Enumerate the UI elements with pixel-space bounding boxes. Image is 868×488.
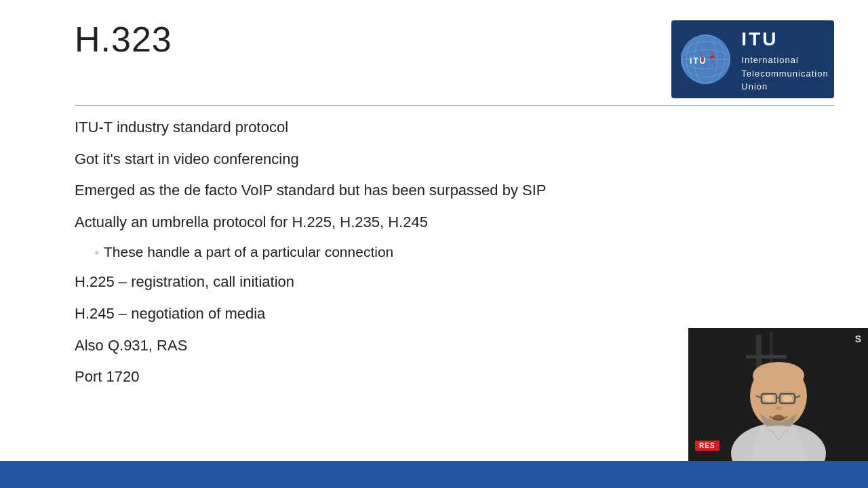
sub-bullet-dot-icon: ◦ <box>95 247 98 258</box>
webcam-indicator: S <box>855 333 861 344</box>
itu-line1: International <box>741 55 799 65</box>
svg-text:ITU: ITU <box>690 56 707 66</box>
bullet-item: H.245 – negotiation of media <box>75 304 834 324</box>
sub-bullet-text: These handle a part of a particular conn… <box>104 244 393 260</box>
webcam-overlay: RES S <box>688 328 868 461</box>
bullet-item: Got it's start in video conferencing <box>75 150 834 169</box>
itu-abbr: ITU <box>741 25 828 54</box>
title-section: H.323 ITU ITU International <box>75 20 834 98</box>
itu-line2: Telecommunication <box>741 68 828 79</box>
svg-point-21 <box>764 395 774 402</box>
svg-point-24 <box>773 415 784 420</box>
res-badge: RES <box>695 441 719 451</box>
bullet-item: Actually an umbrella protocol for H.225,… <box>75 213 834 232</box>
horizontal-divider <box>75 105 834 106</box>
bullet-item: ITU-T industry standard protocol <box>75 118 834 138</box>
slide-title: H.323 <box>75 20 172 59</box>
itu-logo: ITU ITU International Telecommunication … <box>671 20 834 98</box>
svg-point-23 <box>775 406 782 410</box>
sub-bullet-item: ◦These handle a part of a particular con… <box>95 244 834 260</box>
svg-point-25 <box>753 362 804 389</box>
bullet-item: H.225 – registration, call initiation <box>75 272 834 292</box>
itu-globe-icon: ITU <box>677 30 734 88</box>
bottom-bar <box>0 461 868 488</box>
itu-line3: Union <box>741 81 768 92</box>
itu-logo-text: ITU International Telecommunication Unio… <box>741 25 828 94</box>
svg-rect-12 <box>746 355 787 359</box>
bullet-item: Emerged as the de facto VoIP standard bu… <box>75 181 834 201</box>
svg-point-22 <box>783 395 792 402</box>
